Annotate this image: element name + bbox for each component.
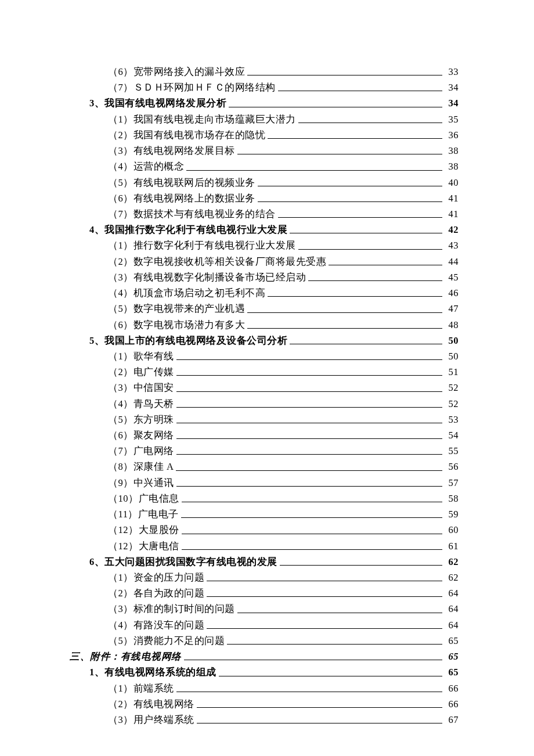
toc-entry: （2）数字电视接收机等相关设备厂商将最先受惠44: [108, 254, 459, 269]
toc-entry: 3、我国有线电视网络发展分析34: [89, 95, 459, 111]
toc-entry-title: （6）宽带网络接入的漏斗效应: [108, 64, 245, 80]
toc-entry-page: 54: [445, 427, 459, 443]
toc-entry-page: 62: [445, 570, 459, 585]
toc-entry: （5）消费能力不足的问题65: [108, 633, 459, 649]
toc-entry: （1）歌华有线50: [108, 348, 459, 364]
toc-leader-line: [207, 596, 442, 597]
toc-entry-title: （7）数据技术与有线电视业务的结合: [108, 206, 276, 222]
toc-entry-title: （3）标准的制订时间的问题: [108, 601, 235, 617]
toc-leader-line: [184, 660, 443, 660]
toc-entry: （5）有线电视联网后的视频业务40: [108, 175, 459, 190]
toc-entry: （1）推行数字化利于有线电视行业大发展43: [108, 237, 459, 253]
toc-leader-line: [268, 138, 442, 139]
toc-leader-line: [176, 692, 442, 692]
toc-entry-title: （1）推行数字化利于有线电视行业大发展: [108, 237, 296, 253]
toc-leader-line: [258, 201, 442, 202]
toc-entry: （2）电广传媒51: [108, 364, 459, 380]
toc-entry-page: 55: [445, 443, 459, 459]
toc-entry-page: 50: [445, 348, 459, 364]
toc-entry: （6）宽带网络接入的漏斗效应33: [108, 64, 459, 80]
toc-entry-title: 1、有线电视网络系统的组成: [89, 664, 217, 680]
toc-entry-page: 38: [445, 143, 459, 159]
toc-entry: （1）我国有线电视走向市场蕴藏巨大潜力35: [108, 111, 459, 127]
toc-entry-title: （5）数字电视带来的产业机遇: [108, 301, 245, 316]
toc-entry-title: （12）大唐电信: [108, 538, 179, 554]
toc-entry-page: 34: [445, 80, 459, 95]
toc-entry-page: 36: [445, 127, 459, 143]
toc-entry-title: （2）我国有线电视市场存在的隐忧: [108, 127, 265, 143]
toc-entry-title: 5、我国上市的有线电视网络及设备公司分析: [89, 333, 287, 348]
toc-leader-line: [237, 154, 442, 154]
toc-entry: （3）有线电视数字化制播设备市场已经启动45: [108, 269, 459, 285]
toc-entry-page: 59: [445, 506, 459, 522]
toc-entry-title: （3）用户终端系统: [108, 712, 194, 728]
toc-entry-page: 45: [445, 269, 459, 285]
toc-entry-page: 41: [445, 190, 459, 206]
toc-entry-title: （6）有线电视网络上的数据业务: [108, 190, 255, 206]
toc-leader-line: [258, 186, 442, 186]
toc-page: （6）宽带网络接入的漏斗效应33（7）ＳＤＨ环网加ＨＦＣ的网络结构343、我国有…: [0, 0, 534, 756]
toc-entry-title: （3）中信国安: [108, 380, 174, 395]
toc-entry-title: （1）资金的压力问题: [108, 570, 204, 585]
toc-entry-title: （9）中兴通讯: [108, 475, 174, 491]
toc-entry-title: （12）大显股份: [108, 522, 179, 538]
toc-leader-line: [182, 534, 443, 534]
toc-entry-title: （2）数字电视接收机等相关设备厂商将最先受惠: [108, 254, 326, 269]
toc-entry-title: （4）运营的概念: [108, 159, 184, 174]
toc-entry-page: 65: [445, 649, 459, 664]
toc-entry-title: 三、附件：有线电视网络: [70, 649, 182, 664]
toc-entry-page: 46: [445, 285, 459, 301]
toc-entry-page: 64: [445, 585, 459, 601]
toc-entry-title: （5）消费能力不足的问题: [108, 633, 225, 649]
toc-entry-page: 34: [445, 95, 459, 111]
toc-entry: （10）广电信息58: [108, 491, 459, 506]
toc-entry: （1）资金的压力问题62: [108, 570, 459, 585]
toc-entry: （6）聚友网络54: [108, 427, 459, 443]
toc-entry-title: （4）机顶盒市场启动之初毛利不高: [108, 285, 265, 301]
toc-entry-title: （2）电广传媒: [108, 364, 174, 380]
toc-entry-page: 48: [445, 317, 459, 333]
toc-entry: （1）前端系统66: [108, 681, 459, 696]
toc-leader-line: [181, 517, 442, 518]
toc-entry: （7）广电网络55: [108, 443, 459, 459]
toc-entry-title: （10）广电信息: [108, 491, 179, 506]
toc-entry-page: 35: [445, 111, 459, 127]
toc-entry: （4）运营的概念38: [108, 159, 459, 174]
toc-entry: （12）大唐电信61: [108, 538, 459, 554]
toc-entry: （2）我国有线电视市场存在的隐忧36: [108, 127, 459, 143]
toc-leader-line: [290, 344, 442, 344]
toc-entry: 三、附件：有线电视网络65: [70, 649, 459, 664]
toc-entry-page: 40: [445, 175, 459, 190]
toc-leader-line: [219, 676, 442, 676]
toc-entry-page: 60: [445, 522, 459, 538]
toc-entry: （12）大显股份60: [108, 522, 459, 538]
toc-entry: 1、有线电视网络系统的组成65: [89, 664, 459, 680]
toc-leader-line: [227, 644, 442, 645]
toc-entry: （3）用户终端系统67: [108, 712, 459, 728]
toc-leader-line: [268, 296, 442, 297]
toc-entry: （2）有线电视网络66: [108, 696, 459, 712]
toc-leader-line: [207, 581, 442, 581]
toc-leader-line: [176, 359, 442, 360]
toc-leader-line: [278, 91, 442, 91]
toc-leader-line: [176, 391, 442, 392]
toc-entry-title: 3、我国有线电视网络发展分析: [89, 95, 226, 111]
toc-entry-page: 52: [445, 380, 459, 395]
toc-entry-title: （3）有线电视网络发展目标: [108, 143, 235, 159]
toc-entry: 4、我国推行数字化利于有线电视行业大发展42: [89, 222, 459, 237]
toc-leader-line: [280, 565, 442, 566]
toc-entry-title: （6）聚友网络: [108, 427, 174, 443]
toc-entry-page: 64: [445, 601, 459, 617]
toc-entry: （3）标准的制订时间的问题64: [108, 601, 459, 617]
toc-leader-line: [329, 265, 442, 265]
toc-leader-line: [290, 233, 442, 233]
toc-leader-line: [298, 123, 442, 123]
toc-entry: （5）数字电视带来的产业机遇47: [108, 301, 459, 316]
toc-entry-page: 56: [445, 459, 459, 474]
toc-leader-line: [247, 312, 442, 313]
toc-leader-line: [207, 628, 442, 629]
toc-entry-page: 44: [445, 254, 459, 269]
toc-entry-title: （2）各自为政的问题: [108, 585, 204, 601]
toc-leader-line: [176, 423, 442, 423]
toc-entry-page: 38: [445, 159, 459, 174]
